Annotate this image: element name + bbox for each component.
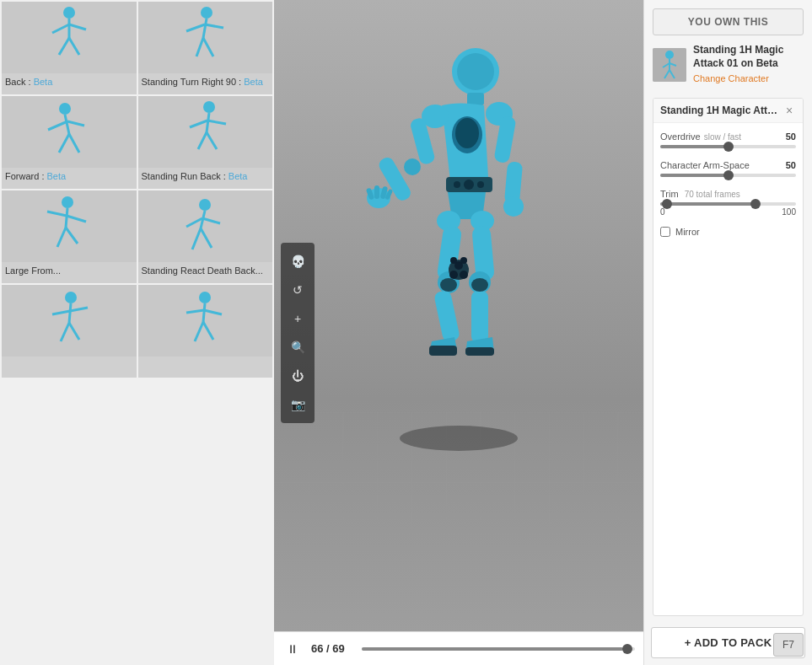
frame-counter: 66 / 69 (311, 642, 353, 655)
arm-space-group: Character Arm-Space 50 (660, 160, 796, 179)
mirror-label: Mirror (675, 227, 700, 237)
change-character-link[interactable]: Change Character (693, 73, 769, 83)
arm-space-handle[interactable] (723, 170, 734, 180)
svg-line-46 (195, 322, 203, 341)
svg-point-51 (457, 53, 494, 90)
list-item[interactable]: Large From... (2, 190, 137, 283)
character-3d (341, 25, 577, 464)
svg-point-24 (62, 196, 73, 208)
animation-list-panel: Back : Beta Standing Turn Right 90 : Bet… (0, 0, 274, 665)
list-item[interactable]: Standing React Death Back... (138, 190, 273, 283)
svg-line-26 (47, 212, 67, 216)
animation-preview (138, 96, 273, 168)
3d-viewport[interactable]: 💀 ↺ + 🔍 ⏻ 📷 ⏸ 66 / 69 (274, 0, 643, 665)
svg-line-29 (66, 228, 78, 244)
svg-line-3 (69, 24, 86, 29)
svg-line-2 (52, 24, 69, 33)
animation-label: Standing React Death Back... (138, 262, 273, 279)
animation-label (2, 357, 137, 362)
asset-thumbnail (653, 48, 686, 82)
pause-button[interactable]: ⏸ (282, 639, 303, 659)
animation-panel-close[interactable]: × (782, 104, 796, 117)
progress-bar[interactable] (362, 647, 635, 651)
svg-line-17 (69, 134, 79, 153)
progress-handle[interactable] (622, 644, 632, 654)
animation-panel-body: Overdrive slow / fast 50 Character Arm-S… (653, 123, 803, 245)
list-item[interactable]: Standing Turn Right 90 : Beta (138, 2, 273, 94)
svg-line-32 (186, 218, 202, 227)
animation-panel-title: Standing 1H Magic Attac... (660, 105, 782, 116)
asset-info: Standing 1H Magic Attack 01 on Beta Chan… (653, 44, 804, 85)
animation-preview (2, 190, 137, 262)
reset-button[interactable]: ↺ (286, 278, 309, 302)
svg-point-54 (455, 118, 479, 148)
svg-line-5 (69, 38, 79, 55)
overdrive-fill (660, 145, 729, 148)
svg-line-44 (186, 310, 204, 313)
svg-rect-52 (467, 93, 484, 105)
svg-line-20 (190, 121, 207, 127)
svg-point-0 (63, 7, 75, 19)
svg-point-91 (665, 51, 674, 59)
trim-handle-right[interactable] (750, 199, 761, 209)
svg-rect-76 (429, 346, 457, 356)
overdrive-label: Overdrive slow / fast 50 (660, 131, 796, 142)
svg-rect-80 (471, 291, 488, 343)
overdrive-handle[interactable] (723, 142, 734, 152)
svg-line-38 (52, 311, 70, 314)
svg-rect-75 (433, 290, 460, 343)
list-item[interactable] (2, 285, 137, 378)
mirror-checkbox[interactable] (660, 227, 670, 237)
animation-label: Standing Turn Right 90 : Beta (138, 73, 273, 90)
add-button[interactable]: + (286, 307, 309, 330)
svg-line-45 (204, 310, 222, 314)
svg-point-42 (199, 292, 211, 303)
list-item[interactable]: Back : Beta (2, 2, 137, 94)
svg-point-83 (471, 278, 488, 292)
svg-line-9 (205, 24, 223, 28)
svg-line-13 (65, 115, 69, 134)
arm-space-slider[interactable] (660, 174, 796, 177)
svg-rect-61 (374, 185, 379, 199)
svg-line-39 (70, 308, 88, 311)
f7-button[interactable]: F7 (773, 633, 804, 657)
svg-line-19 (207, 113, 209, 132)
svg-point-86 (460, 271, 468, 279)
svg-point-69 (464, 180, 474, 190)
animation-preview (138, 2, 273, 73)
svg-line-15 (67, 121, 84, 126)
svg-point-30 (199, 199, 211, 211)
svg-line-23 (207, 132, 217, 149)
list-item[interactable]: Forward : Beta (2, 96, 137, 189)
trim-fill (660, 202, 756, 206)
power-button[interactable]: ⏻ (286, 364, 309, 388)
arm-space-label: Character Arm-Space 50 (660, 160, 796, 170)
trim-handle-left[interactable] (662, 199, 672, 209)
trim-slider[interactable] (660, 202, 796, 206)
zoom-button[interactable]: 🔍 (286, 335, 309, 359)
animation-label (138, 357, 273, 362)
viewport-toolbar: 💀 ↺ + 🔍 ⏻ 📷 (281, 243, 315, 423)
skull-button[interactable]: 💀 (286, 249, 309, 273)
trim-values: 0 100 (660, 207, 796, 217)
camera-button[interactable]: 📷 (286, 393, 309, 416)
svg-point-36 (65, 292, 77, 303)
svg-line-21 (207, 121, 226, 124)
svg-line-8 (186, 24, 205, 31)
svg-line-22 (198, 132, 207, 149)
list-item[interactable] (138, 285, 273, 378)
svg-point-12 (59, 103, 71, 115)
animation-panel: Standing 1H Magic Attac... × Overdrive s… (653, 98, 804, 616)
animation-preview (138, 190, 273, 262)
animation-label: Back : Beta (2, 73, 137, 90)
svg-line-14 (48, 121, 67, 130)
overdrive-slider[interactable] (660, 145, 796, 148)
svg-point-49 (400, 426, 518, 451)
svg-line-43 (203, 303, 205, 322)
animation-label: Large From... (2, 262, 137, 279)
you-own-button[interactable]: YOU OWN THIS (653, 8, 804, 35)
svg-line-41 (69, 323, 79, 340)
svg-point-82 (440, 278, 457, 292)
list-item[interactable]: Standing Run Back : Beta (138, 96, 273, 189)
svg-line-16 (59, 134, 69, 153)
